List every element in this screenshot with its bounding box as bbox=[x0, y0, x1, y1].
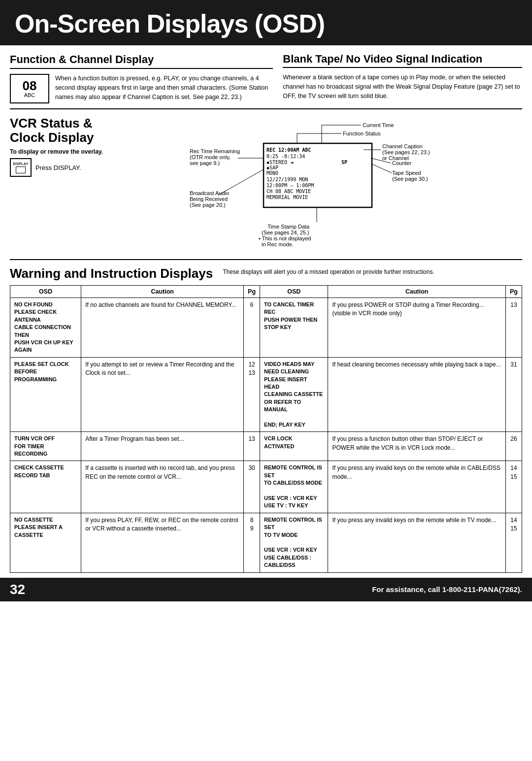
col-caution2: Caution bbox=[328, 286, 506, 298]
svg-text:12/27/1999 MON: 12/27/1999 MON bbox=[266, 177, 308, 182]
osd-cell-2: VCR LOCK ACTIVATED bbox=[260, 432, 328, 461]
pg-cell-2: 13 bbox=[505, 298, 522, 358]
svg-line-27 bbox=[372, 164, 392, 173]
svg-text:Channel  Caption: Channel Caption bbox=[382, 143, 423, 149]
press-display-text: Press DISPLAY. bbox=[35, 164, 81, 171]
pg-cell: 30 bbox=[244, 461, 260, 513]
channel-label: ABC bbox=[24, 92, 35, 98]
table-row: TURN VCR OFF FOR TIMER RECORDINGAfter a … bbox=[10, 432, 522, 461]
pg-cell-2: 14 15 bbox=[505, 461, 522, 513]
osd-cell: CHECK CASSETTE RECORD TAB bbox=[10, 461, 81, 513]
osd-cell-2: TO CANCEL TIMER REC PUSH POWER THEN STOP… bbox=[260, 298, 328, 358]
svg-text:see page 9.): see page 9.) bbox=[190, 160, 220, 166]
svg-text:Being Received: Being Received bbox=[190, 196, 228, 202]
table-row: NO CASSETTE PLEASE INSERT A CASSETTEIf y… bbox=[10, 513, 522, 572]
table-row: NO CH FOUND PLEASE CHECK ANTENNA CABLE C… bbox=[10, 298, 522, 358]
osd-diagram: REC 12:00AM ABC 0:25 -0:12:34 SP ◆STEREO… bbox=[189, 116, 445, 254]
warning-section: Warning and Instruction Displays These d… bbox=[10, 260, 522, 573]
svg-text:Function Status: Function Status bbox=[343, 131, 381, 136]
osd-cell-2: REMOTE CONTROL IS SET TO TV MODE USE VCR… bbox=[260, 513, 328, 572]
warning-table: OSD Caution Pg OSD Caution Pg NO CH FOUN… bbox=[10, 285, 522, 573]
pg-cell-2: 31 bbox=[505, 357, 522, 432]
col-caution1: Caution bbox=[81, 286, 244, 298]
svg-text:(See pages 24, 25.): (See pages 24, 25.) bbox=[262, 230, 309, 235]
svg-text:MONO: MONO bbox=[266, 170, 278, 176]
svg-rect-0 bbox=[264, 143, 372, 207]
col-osd2: OSD bbox=[260, 286, 328, 298]
svg-text:Current Time: Current Time bbox=[363, 122, 394, 128]
svg-line-30 bbox=[218, 169, 264, 195]
function-channel-description: When a function button is pressed, e.g. … bbox=[55, 74, 273, 101]
svg-text:SP: SP bbox=[341, 160, 347, 165]
vcr-subheading: To display or remove the overlay. bbox=[10, 148, 106, 155]
vcr-right-panel: REC 12:00AM ABC 0:25 -0:12:34 SP ◆STEREO… bbox=[106, 116, 522, 254]
caution-cell: If you attempt to set or review a Timer … bbox=[81, 357, 244, 432]
osd-cell: NO CH FOUND PLEASE CHECK ANTENNA CABLE C… bbox=[10, 298, 81, 358]
svg-text:12:00PM – 1:00PM: 12:00PM – 1:00PM bbox=[266, 183, 314, 188]
pg-cell: 12 13 bbox=[244, 357, 260, 432]
warning-description: These displays will alert you of a misse… bbox=[223, 266, 434, 276]
svg-text:in Rec mode.: in Rec mode. bbox=[262, 241, 294, 247]
caution-cell: If you press PLAY, FF, REW, or REC on th… bbox=[81, 513, 244, 572]
svg-text:Counter: Counter bbox=[392, 160, 411, 166]
caution-cell: After a Timer Program has been set... bbox=[81, 432, 244, 461]
svg-text:CH 08 ABC MOVIE: CH 08 ABC MOVIE bbox=[266, 189, 311, 194]
display-button-row: DISPLAY Press DISPLAY. bbox=[10, 158, 106, 177]
svg-text:Tape Speed: Tape Speed bbox=[392, 170, 421, 176]
svg-line-21 bbox=[371, 158, 391, 163]
svg-text:Rec Time Remaining: Rec Time Remaining bbox=[190, 148, 240, 154]
display-button-icon bbox=[16, 166, 26, 173]
svg-text:(See page 20.): (See page 20.) bbox=[190, 202, 226, 208]
warning-header: Warning and Instruction Displays These d… bbox=[10, 266, 522, 281]
table-row: PLEASE SET CLOCK BEFORE PROGRAMMINGIf yo… bbox=[10, 357, 522, 432]
function-channel-heading: Function & Channel Display bbox=[10, 53, 273, 69]
main-content: Function & Channel Display 08 ABC When a… bbox=[0, 45, 532, 573]
svg-text:0:25              -0:12:34: 0:25 -0:12:34 bbox=[266, 154, 305, 159]
pg-cell: 13 bbox=[244, 432, 260, 461]
osd-cell: PLEASE SET CLOCK BEFORE PROGRAMMING bbox=[10, 357, 81, 432]
osd-cell: TURN VCR OFF FOR TIMER RECORDING bbox=[10, 432, 81, 461]
caution-cell-2: If you press any invalid keys on the rem… bbox=[328, 513, 506, 572]
svg-text:REC        12:00AM    ABC: REC 12:00AM ABC bbox=[266, 147, 311, 153]
vcr-status-section: VCR Status & Clock Display To display or… bbox=[10, 109, 522, 260]
svg-text:(See page 30.): (See page 30.) bbox=[392, 176, 428, 182]
pg-cell: 6 bbox=[244, 298, 260, 358]
blank-tape-section: Blank Tape/ No Video Signal Indication W… bbox=[283, 53, 522, 103]
table-header-row: OSD Caution Pg OSD Caution Pg bbox=[10, 286, 522, 298]
pg-cell: 8 9 bbox=[244, 513, 260, 572]
svg-text:Time Stamp Data: Time Stamp Data bbox=[267, 224, 310, 230]
display-button-image: DISPLAY bbox=[10, 158, 32, 177]
svg-text:• This is not displayed: • This is not displayed bbox=[259, 235, 311, 241]
vcr-heading: VCR Status & Clock Display bbox=[10, 116, 106, 144]
osd-cell-2: REMOTE CONTROL IS SET TO CABLE/DSS MODE … bbox=[260, 461, 328, 513]
svg-text:◆STEREO ◄: ◆STEREO ◄ bbox=[266, 160, 293, 165]
page-header: On-Screen Displays (OSD) bbox=[0, 0, 532, 45]
channel-display-box: 08 ABC bbox=[10, 74, 49, 103]
blank-tape-heading: Blank Tape/ No Video Signal Indication bbox=[283, 53, 522, 68]
svg-text:MEMORIAL MOVIE: MEMORIAL MOVIE bbox=[266, 195, 308, 200]
caution-cell-2: If you press any invalid keys on the rem… bbox=[328, 461, 506, 513]
channel-number: 08 bbox=[23, 79, 37, 92]
osd-cell-2: VIDEO HEADS MAY NEED CLEANING PLEASE INS… bbox=[260, 357, 328, 432]
svg-text:(OTR mode only,: (OTR mode only, bbox=[190, 154, 231, 160]
caution-cell: If a cassette is inserted with no record… bbox=[81, 461, 244, 513]
function-channel-inner: 08 ABC When a function button is pressed… bbox=[10, 74, 273, 103]
pg-cell-2: 26 bbox=[505, 432, 522, 461]
caution-cell-2: If head cleaning becomes necessary while… bbox=[328, 357, 506, 432]
table-row: CHECK CASSETTE RECORD TABIf a cassette i… bbox=[10, 461, 522, 513]
svg-text:(See pages 22, 23.): (See pages 22, 23.) bbox=[382, 149, 430, 155]
col-osd1: OSD bbox=[10, 286, 81, 298]
display-button-label: DISPLAY bbox=[13, 162, 28, 165]
blank-tape-description: Whenever a blank section of a tape comes… bbox=[283, 73, 522, 100]
function-channel-section: Function & Channel Display 08 ABC When a… bbox=[10, 53, 273, 103]
svg-text:Broadcast Audio: Broadcast Audio bbox=[190, 190, 229, 196]
page-number: 32 bbox=[10, 582, 25, 597]
caution-cell-2: If you press POWER or STOP during a Time… bbox=[328, 298, 506, 358]
page-title: On-Screen Displays (OSD) bbox=[15, 9, 517, 38]
vcr-left-panel: VCR Status & Clock Display To display or… bbox=[10, 116, 106, 254]
svg-text:or Channel: or Channel bbox=[382, 155, 409, 161]
caution-cell: If no active channels are found for CHAN… bbox=[81, 298, 244, 358]
warning-heading: Warning and Instruction Displays bbox=[10, 266, 213, 281]
footer-assistance-text: For assistance, call 1-800-211-PANA(7262… bbox=[372, 585, 522, 594]
diagram-svg: REC 12:00AM ABC 0:25 -0:12:34 SP ◆STEREO… bbox=[189, 116, 445, 254]
